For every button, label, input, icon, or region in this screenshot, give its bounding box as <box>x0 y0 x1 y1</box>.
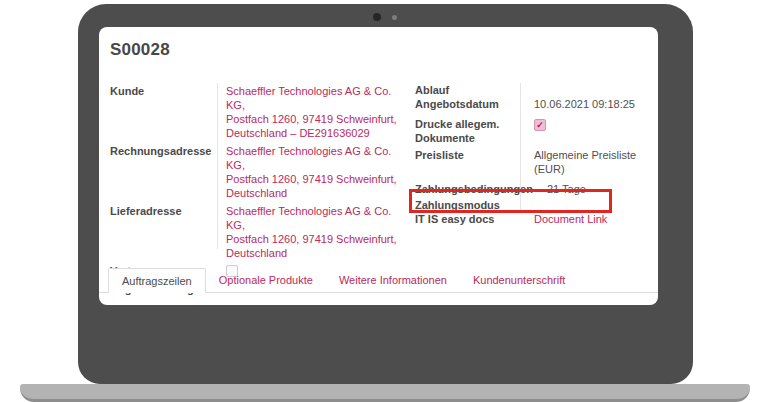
field-row-drucke-dokumente: Drucke allegem. Dokumente ✓ <box>415 117 657 145</box>
tab-auftragszeilen[interactable]: Auftragszeilen <box>108 268 206 293</box>
field-label-drucke-dokumente: Drucke allegem. Dokumente <box>415 117 524 145</box>
address-line: Schaeffler Technologies AG & Co. KG, <box>226 144 410 172</box>
ablauf-value[interactable] <box>524 83 534 97</box>
field-label-preisliste: Preisliste <box>415 148 524 176</box>
quotation-form-window: S00028 Kunde Schaeffler Technologies AG … <box>99 27 658 305</box>
field-label-rechnungsadresse: Rechnungsadresse <box>110 144 221 200</box>
page-title: S00028 <box>110 40 170 60</box>
field-row-lieferadresse: Lieferadresse Schaeffler Technologies AG… <box>110 204 410 260</box>
camera-led-icon <box>392 15 397 20</box>
label-value-divider <box>520 83 521 211</box>
tab-optionale-produkte[interactable]: Optionale Produkte <box>206 268 326 293</box>
field-row-rechnungsadresse: Rechnungsadresse Schaeffler Technologies… <box>110 144 410 200</box>
drucke-dokumente-value: ✓ <box>524 117 546 145</box>
field-label-zahlungsmodus: Zahlungsmodus <box>415 198 524 212</box>
field-row-angebotsdatum: Angebotsdatum 10.06.2021 09:18:25 <box>415 97 657 111</box>
field-row-preisliste: Preisliste Allgemeine Preisliste (EUR) <box>415 148 657 176</box>
field-row-zahlungsbedingungen: Zahlungsbedingungen 21 Tage <box>415 182 657 196</box>
tab-kundenunterschrift[interactable]: Kundenunterschrift <box>460 268 578 293</box>
address-line: Schaeffler Technologies AG & Co. KG, <box>226 204 410 232</box>
label-value-divider <box>217 83 218 249</box>
rechnungsadresse-link[interactable]: Schaeffler Technologies AG & Co. KG, Pos… <box>221 144 410 200</box>
preisliste-value[interactable]: Allgemeine Preisliste (EUR) <box>524 148 657 176</box>
label-line: Drucke allegem. <box>415 117 520 131</box>
laptop-screen-bezel: S00028 Kunde Schaeffler Technologies AG … <box>78 4 693 384</box>
field-label-it-is-easy-docs: IT IS easy docs <box>415 212 524 226</box>
field-row-ablauf: Ablauf <box>415 83 657 97</box>
address-line: Deutschland – DE291636029 <box>226 126 410 140</box>
right-field-column: Ablauf Angebotsdatum 10.06.2021 09:18:25… <box>415 83 657 226</box>
field-label-kunde: Kunde <box>110 84 221 140</box>
kunde-partner-link[interactable]: Schaeffler Technologies AG & Co. KG, Pos… <box>221 84 410 140</box>
address-line: Postfach 1260, 97419 Schweinfurt, <box>226 172 410 186</box>
field-row-kunde: Kunde Schaeffler Technologies AG & Co. K… <box>110 84 410 140</box>
tab-weitere-informationen[interactable]: Weitere Informationen <box>326 268 460 293</box>
drucke-dokumente-checkbox[interactable]: ✓ <box>534 119 546 131</box>
notebook-tabs: Auftragszeilen Optionale Produkte Weiter… <box>108 268 578 293</box>
field-label-lieferadresse: Lieferadresse <box>110 204 221 260</box>
camera-icon <box>373 13 381 21</box>
angebotsdatum-value[interactable]: 10.06.2021 09:18:25 <box>524 97 635 111</box>
address-line: Schaeffler Technologies AG & Co. KG, <box>226 84 410 112</box>
label-line: Dokumente <box>415 131 520 145</box>
document-link[interactable]: Document Link <box>524 212 607 226</box>
field-label-angebotsdatum: Angebotsdatum <box>415 97 524 111</box>
address-line: Deutschland <box>226 186 410 200</box>
zahlungsbedingungen-value[interactable]: 21 Tage <box>537 182 586 196</box>
zahlungsmodus-value[interactable] <box>524 198 534 212</box>
field-label-ablauf: Ablauf <box>415 83 524 97</box>
field-row-zahlungsmodus: Zahlungsmodus <box>415 198 657 212</box>
field-row-it-is-easy-docs: IT IS easy docs Document Link <box>415 212 657 226</box>
field-label-zahlungsbedingungen: Zahlungsbedingungen <box>415 182 537 196</box>
address-line: Postfach 1260, 97419 Schweinfurt, <box>226 232 410 246</box>
address-line: Postfach 1260, 97419 Schweinfurt, <box>226 112 410 126</box>
lieferadresse-link[interactable]: Schaeffler Technologies AG & Co. KG, Pos… <box>221 204 410 260</box>
laptop-base <box>20 384 750 402</box>
address-line: Deutschland <box>226 246 410 260</box>
